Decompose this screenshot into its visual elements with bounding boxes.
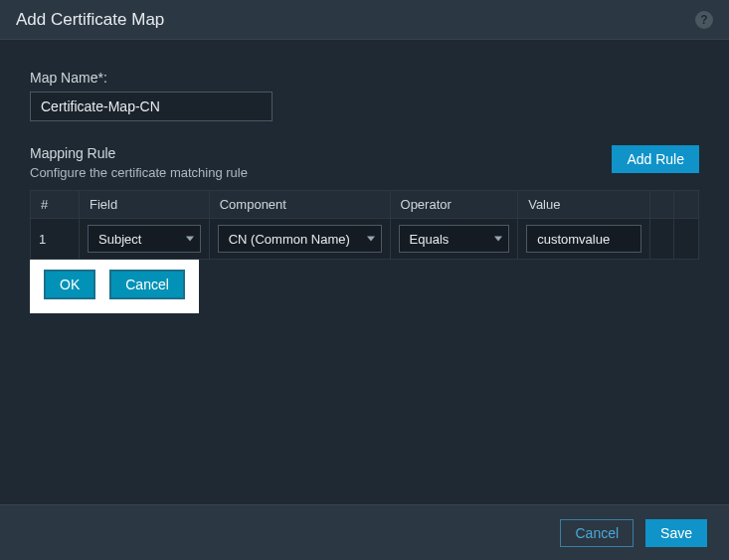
dialog-header: Add Certificate Map ?: [0, 0, 729, 40]
map-name-label: Map Name*:: [30, 70, 699, 92]
col-operator: Operator: [390, 191, 518, 219]
chevron-down-icon: [367, 237, 375, 242]
col-num: #: [31, 191, 80, 219]
row-action-cell-1: [649, 219, 674, 260]
col-value: Value: [518, 191, 650, 219]
operator-select-value: Equals: [410, 232, 450, 247]
col-action-1: [649, 191, 674, 219]
operator-select[interactable]: Equals: [399, 225, 510, 253]
field-select-value: Subject: [98, 232, 141, 247]
field-select[interactable]: Subject: [88, 225, 201, 253]
ok-button[interactable]: OK: [44, 270, 95, 299]
row-action-cell-2: [674, 219, 699, 260]
row-cancel-button[interactable]: Cancel: [109, 270, 185, 299]
col-action-2: [674, 191, 699, 219]
value-input[interactable]: [526, 225, 641, 253]
chevron-down-icon: [494, 237, 502, 242]
col-component: Component: [209, 191, 390, 219]
mapping-rule-subtitle: Configure the certificate matching rule: [30, 161, 612, 180]
mapping-rule-title: Mapping Rule: [30, 145, 612, 161]
save-button[interactable]: Save: [645, 519, 707, 547]
table-row: 1 Subject CN (Common Name) Equals: [31, 219, 699, 260]
col-field: Field: [80, 191, 210, 219]
row-action-bar: OK Cancel: [30, 260, 199, 313]
mapping-rule-grid: # Field Component Operator Value 1 Subje…: [30, 190, 699, 260]
help-icon[interactable]: ?: [695, 11, 713, 29]
dialog-footer: Cancel Save: [0, 504, 729, 560]
dialog-body: Map Name*: Mapping Rule Configure the ce…: [0, 40, 729, 313]
row-number: 1: [31, 219, 80, 260]
component-select-value: CN (Common Name): [229, 232, 350, 247]
component-select[interactable]: CN (Common Name): [218, 225, 382, 253]
dialog-title: Add Certificate Map: [16, 10, 695, 30]
add-rule-button[interactable]: Add Rule: [612, 145, 699, 173]
chevron-down-icon: [186, 237, 194, 242]
cancel-button[interactable]: Cancel: [560, 519, 634, 547]
map-name-input[interactable]: [30, 92, 273, 121]
